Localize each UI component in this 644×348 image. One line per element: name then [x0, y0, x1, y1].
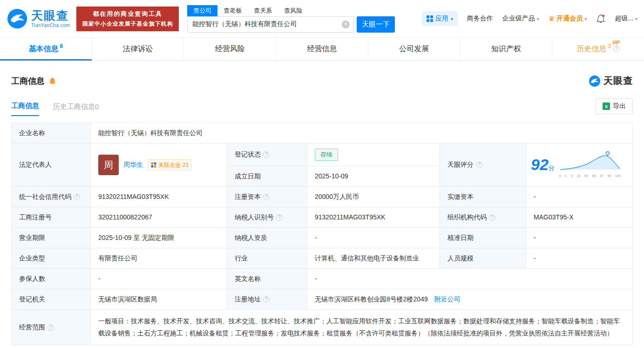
clear-icon[interactable]: × — [342, 20, 350, 28]
company-name-value: 能控智行（无锡）科技有限责任公司 — [91, 123, 633, 143]
tab-intellectual-property[interactable]: 知识产权 — [461, 38, 553, 60]
industry-label: 行业 — [227, 248, 307, 268]
chevron-down-icon: ▾ — [451, 16, 453, 21]
search-button[interactable]: 天眼一下 — [357, 16, 395, 33]
reg-status-label: 登记状态? — [227, 143, 307, 166]
taxpayer-qualification-label: 纳税人资质 — [227, 227, 307, 248]
apps-grid-icon — [427, 15, 433, 22]
search-tab-company[interactable]: 查公司 — [187, 5, 217, 16]
section-title: 工商信息 — [11, 75, 45, 87]
business-term-label: 营业期限 — [12, 227, 91, 248]
reg-number-value: 320211000822067 — [91, 207, 227, 227]
legal-rep-name-link[interactable]: 周华生 — [123, 160, 143, 170]
help-icon[interactable]: ? — [476, 162, 482, 168]
company-page-tabs: 基本信息6 法律诉讼 经营风险 经营信息 公司发展 知识产权 VIP 历史信息3… — [0, 37, 644, 61]
reg-address-value: 无锡市滨湖区科教创业园8号楼2楼2049 附近公司 — [307, 289, 633, 309]
nearby-companies-link[interactable]: 附近公司 — [434, 295, 461, 303]
reg-capital-label: 注册资本? — [227, 186, 307, 207]
tab-business-info[interactable]: 经营信息 — [276, 38, 368, 60]
table-row: 参保人数 - 英文名称 - — [12, 268, 633, 289]
tab-company-development[interactable]: 公司发展 — [368, 38, 461, 60]
legal-rep-cell: 周 周华生 关联企业 21 — [91, 143, 227, 187]
crown-icon: ♛ — [549, 14, 555, 23]
vip-badge: VIP — [612, 40, 620, 45]
help-icon[interactable]: ? — [263, 296, 270, 303]
help-icon[interactable]: ? — [613, 46, 620, 52]
tianyancha-logo[interactable]: 天眼查 TianYanCha.com — [7, 8, 70, 29]
tab-history-count: 3 — [608, 43, 611, 49]
staff-size-value: - — [526, 248, 633, 268]
credit-code-value: 91320211MAG03T95XK — [91, 186, 227, 207]
paid-capital-label: 实缴资本 — [440, 186, 526, 207]
watermark-brand-text: 天眼查 — [603, 75, 633, 87]
business-term-value: 2025-10-09 至 无固定期限 — [91, 227, 227, 248]
export-button[interactable]: x 导出 — [596, 98, 633, 114]
legal-rep-avatar[interactable]: 周 — [98, 155, 119, 175]
score-chart: 0131550659799100 — [559, 151, 621, 179]
staff-size-label: 人员规模 — [440, 248, 526, 268]
help-icon[interactable]: ? — [489, 214, 495, 221]
taxpayer-id-label: 纳税人识别号? — [227, 207, 307, 227]
related-companies-icon — [151, 162, 156, 168]
help-icon[interactable]: ? — [263, 151, 270, 158]
chevron-down-icon: ▾ — [584, 16, 587, 21]
tianyancha-logo-icon — [7, 8, 28, 29]
reg-capital-value: 20000万人民币 — [307, 186, 440, 207]
credit-code-label: 统一社会信用代码? — [12, 186, 91, 207]
reg-status-value: 存续 — [307, 143, 440, 166]
tab-business-risk[interactable]: 经营风险 — [184, 38, 276, 60]
subtab-current-registration[interactable]: 工商信息 — [11, 102, 39, 116]
notification-bell-icon[interactable] — [596, 14, 605, 23]
search-input[interactable] — [187, 16, 354, 33]
table-row: 企业类型 有限责任公司 行业 计算机、通信和其他电子设备制造业 人员规模 - — [12, 248, 633, 268]
legal-rep-label: 法定代表人 — [12, 143, 91, 187]
chevron-down-icon: ▾ — [635, 16, 637, 21]
chevron-down-icon: ▾ — [537, 16, 539, 21]
company-type-label: 企业类型 — [12, 248, 91, 268]
establish-date-label: 成立日期 — [227, 166, 307, 186]
tab-history-info[interactable]: VIP 历史信息3 ? — [552, 38, 644, 60]
help-icon[interactable]: ? — [276, 214, 283, 221]
subtab-history-registration[interactable]: 历史工商信息0 — [53, 102, 99, 116]
nav-cooperation[interactable]: 商务合作 — [467, 14, 493, 23]
company-type-value: 有限责任公司 — [91, 248, 227, 268]
score-value: 92 — [531, 156, 549, 173]
status-badge: 存续 — [315, 149, 338, 161]
industry-value: 计算机、通信和其他电子设备制造业 — [307, 248, 440, 268]
table-row: 营业期限 2025-10-09 至 无固定期限 纳税人资质 - 核准日期 - — [12, 227, 633, 248]
top-header: 天眼查 TianYanCha.com 都在用的商业查询工具 国家中小企业发展子基… — [0, 0, 644, 37]
nav-enterprise-products[interactable]: 企业级产品 ▾ — [502, 14, 539, 23]
tab-legal-proceedings[interactable]: 法律诉讼 — [92, 38, 184, 60]
tab-basic-info[interactable]: 基本信息6 — [0, 38, 92, 60]
table-row: 工商注册号 320211000822067 纳税人识别号? 91320211MA… — [12, 207, 633, 227]
business-scope-label: 经营范围? — [12, 309, 91, 345]
promo-banner-line2: 国家中小企业发展子基金旗下机构 — [79, 20, 176, 28]
search-tab-risk[interactable]: 查风险 — [278, 5, 308, 16]
subscribe-bell-icon[interactable] — [48, 77, 56, 85]
org-code-label: 组织机构代码? — [440, 207, 526, 227]
search-tab-relation[interactable]: 查关系 — [248, 5, 278, 16]
apps-label: 应用 — [435, 14, 448, 23]
search-tab-boss[interactable]: 查老板 — [217, 5, 248, 16]
reg-authority-value: 无锡市滨湖区数据局 — [91, 289, 227, 309]
english-name-label: 英文名称 — [227, 268, 307, 289]
business-scope-value: 一般项目：技术服务、技术开发、技术咨询、技术交流、技术转让、技术推广；人工智能应… — [91, 309, 633, 345]
help-icon[interactable]: ? — [263, 194, 270, 200]
score-cell[interactable]: 92分 0131550659799100 — [526, 143, 633, 187]
user-menu[interactable]: 超级... ▾ — [615, 14, 637, 23]
table-row: 企业名称 能控智行（无锡）科技有限责任公司 — [12, 123, 633, 143]
reg-number-label: 工商注册号 — [12, 207, 91, 227]
related-companies-badge[interactable]: 关联企业 21 — [148, 159, 192, 171]
business-info-subtabs: 工商信息 历史工商信息0 x 导出 — [11, 98, 633, 116]
logo-subtitle: TianYanCha.com — [31, 23, 70, 28]
tianyancha-watermark-icon — [589, 75, 601, 87]
score-axis: 0131550659799100 — [559, 174, 621, 179]
open-vip-button[interactable]: ♛ 开通会员 ▾ — [549, 14, 587, 23]
search-tabs: 查公司 查老板 查关系 查风险 — [187, 5, 395, 16]
insured-count-value: - — [91, 268, 227, 289]
apps-menu[interactable]: 应用 ▾ — [422, 11, 458, 26]
tab-basic-count: 6 — [60, 43, 63, 49]
paid-capital-value: - — [526, 186, 633, 207]
help-icon[interactable]: ? — [74, 194, 80, 200]
help-icon[interactable]: ? — [47, 324, 54, 331]
